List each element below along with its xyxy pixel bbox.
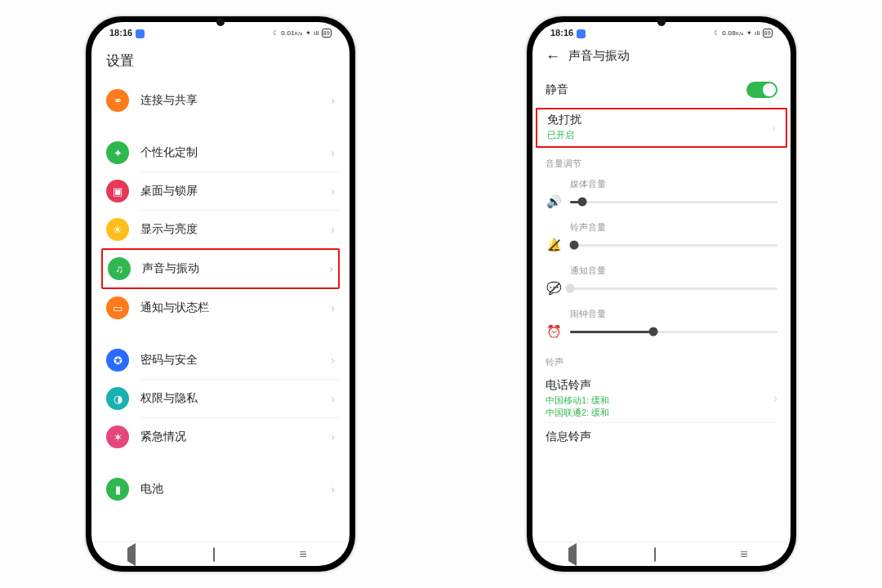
row-sound-vibration[interactable]: ♫ 声音与振动 › <box>103 250 338 287</box>
notification-volume-track <box>570 287 777 290</box>
chevron-right-icon: › <box>772 121 776 134</box>
page-title: 设置 <box>91 43 350 82</box>
section-ringtone: 铃声 <box>532 346 791 372</box>
camera-notch <box>216 18 225 26</box>
nav-bar: ≡ <box>91 541 350 566</box>
row-emergency[interactable]: ✶ 紧急情况 › <box>101 418 340 456</box>
moon-icon: ☾ <box>273 29 278 37</box>
chevron-right-icon: › <box>773 391 777 406</box>
chevron-right-icon: › <box>331 185 335 198</box>
silent-toggle[interactable] <box>746 82 777 98</box>
highlight-dnd: 免打扰 已开启 › <box>536 108 787 148</box>
sound-content: ← 声音与振动 静音 免打扰 已开启 › 音量调节 媒体音量 <box>532 43 791 541</box>
slider-media-volume[interactable]: 媒体音量 🔊 <box>532 173 791 216</box>
nav-bar: ≡ <box>532 541 791 566</box>
share-icon: ⚭ <box>106 89 129 112</box>
section-volume: 音量调节 <box>532 148 791 173</box>
row-password-security[interactable]: ✪ 密码与安全 › <box>101 341 340 379</box>
battery-icon: 89 <box>763 29 773 38</box>
chevron-right-icon: › <box>329 262 333 275</box>
highlight-sound-vibration: ♫ 声音与振动 › <box>101 248 340 289</box>
row-personalization[interactable]: ✦ 个性化定制 › <box>101 134 340 172</box>
privacy-icon: ◑ <box>106 387 129 410</box>
chevron-right-icon: › <box>331 354 335 367</box>
row-home-lock[interactable]: ▣ 桌面与锁屏 › <box>101 172 340 210</box>
phone-settings: 18:16 ☾ 0.01K/s ✶ ıll 89 设置 ⚭ 连接与共享 › <box>86 16 355 572</box>
speaker-icon: 🔊 <box>546 194 562 210</box>
palette-icon: ✦ <box>106 141 129 164</box>
signal-icon: ıll <box>314 29 319 37</box>
slider-ring-volume[interactable]: 铃声音量 🔔 <box>532 216 791 260</box>
chevron-right-icon: › <box>331 94 335 107</box>
row-battery[interactable]: ▮ 电池 › <box>101 470 340 508</box>
screen-sound: 18:16 ☾ 0.08K/s ✶ ıll 89 ← 声音与振动 静音 <box>532 22 791 566</box>
row-connect-share[interactable]: ⚭ 连接与共享 › <box>101 82 340 119</box>
sos-icon: ✶ <box>106 425 129 448</box>
slider-notification-volume: 通知音量 💬 <box>532 260 791 303</box>
settings-list: ⚭ 连接与共享 › ✦ 个性化定制 › ▣ 桌面与锁屏 › <box>91 82 350 508</box>
status-time: 18:16 <box>550 28 573 38</box>
status-app-badge-icon <box>577 29 586 38</box>
slider-alarm-volume[interactable]: 闹钟音量 ⏰ <box>532 303 791 346</box>
moon-icon: ☾ <box>714 29 719 37</box>
nav-back-button[interactable] <box>568 548 583 561</box>
notification-icon: ▭ <box>106 296 129 319</box>
signal-icon: ıll <box>755 29 760 37</box>
battery-icon: 89 <box>322 29 332 38</box>
back-button[interactable]: ← <box>546 49 560 64</box>
chevron-right-icon: › <box>331 223 335 236</box>
chevron-right-icon: › <box>331 430 335 443</box>
page-title: 声音与振动 <box>568 48 630 64</box>
brightness-icon: ☀ <box>106 218 129 241</box>
status-indicators: ☾ 0.01K/s ✶ ıll 89 <box>273 29 332 38</box>
nav-recents-button[interactable]: ≡ <box>740 548 755 561</box>
nav-home-button[interactable] <box>213 548 228 561</box>
status-indicators: ☾ 0.08K/s ✶ ıll 89 <box>714 29 773 38</box>
home-lock-icon: ▣ <box>106 180 129 203</box>
settings-content: 设置 ⚭ 连接与共享 › ✦ 个性化定制 › ▣ 桌面与锁屏 › <box>91 43 350 541</box>
row-message-ringtone[interactable]: 信息铃声 <box>532 423 791 448</box>
status-time: 18:16 <box>109 28 132 38</box>
alarm-volume-track[interactable] <box>570 331 777 333</box>
row-do-not-disturb[interactable]: 免打扰 已开启 › <box>547 113 776 141</box>
security-icon: ✪ <box>106 349 129 372</box>
status-app-badge-icon <box>136 29 145 38</box>
row-phone-ringtone[interactable]: 电话铃声 中国移动1: 缓和 中国联通2: 缓和 › <box>532 372 791 422</box>
row-notification-statusbar[interactable]: ▭ 通知与状态栏 › <box>101 289 340 327</box>
row-permission-privacy[interactable]: ◑ 权限与隐私 › <box>101 380 340 417</box>
chevron-right-icon: › <box>331 483 335 496</box>
camera-notch <box>657 18 666 26</box>
sound-icon: ♫ <box>108 257 131 280</box>
nav-recents-button[interactable]: ≡ <box>299 548 314 561</box>
row-silent-mode[interactable]: 静音 <box>532 72 791 108</box>
chevron-right-icon: › <box>331 146 335 159</box>
nav-back-button[interactable] <box>127 548 142 561</box>
notify-mute-icon: 💬 <box>546 280 562 296</box>
chevron-right-icon: › <box>331 301 335 314</box>
chevron-right-icon: › <box>331 392 335 405</box>
ring-mute-icon: 🔔 <box>546 237 562 253</box>
wifi-icon: ✶ <box>305 29 311 37</box>
nav-home-button[interactable] <box>654 548 669 561</box>
battery-icon: ▮ <box>106 478 129 501</box>
row-display-brightness[interactable]: ☀ 显示与亮度 › <box>101 211 340 248</box>
ring-volume-track[interactable] <box>570 244 777 247</box>
wifi-icon: ✶ <box>746 29 752 37</box>
screen-settings: 18:16 ☾ 0.01K/s ✶ ıll 89 设置 ⚭ 连接与共享 › <box>91 22 350 566</box>
phone-sound: 18:16 ☾ 0.08K/s ✶ ıll 89 ← 声音与振动 静音 <box>527 16 796 572</box>
alarm-icon: ⏰ <box>546 323 562 340</box>
media-volume-track[interactable] <box>570 201 777 203</box>
